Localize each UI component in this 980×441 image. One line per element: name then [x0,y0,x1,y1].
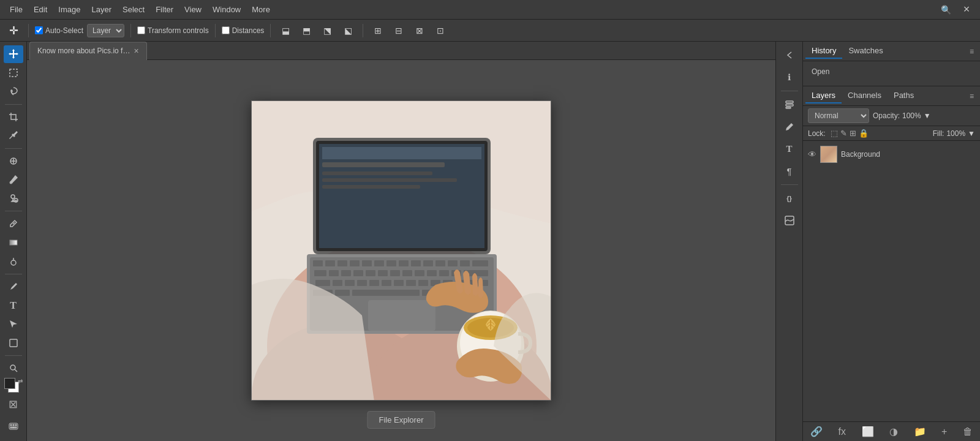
menu-file[interactable]: File [5,2,28,17]
opacity-dropdown-icon[interactable]: ▼ [924,111,931,120]
lock-artboard-icon[interactable]: ⊞ [850,129,856,138]
opacity-value[interactable]: 100% [902,111,921,120]
healing-tool[interactable] [4,153,23,170]
fill-value[interactable]: 100% [946,129,965,138]
svg-rect-49 [314,270,326,276]
shape-tool[interactable] [4,334,23,352]
paint-settings-icon[interactable] [780,117,799,137]
autoselect-checkbox[interactable] [35,26,43,34]
collapse-panel-icon[interactable] [780,45,799,65]
info-icon[interactable]: ℹ [780,67,799,87]
align-center-h-icon[interactable]: ⬒ [298,22,315,39]
transform-controls-group: Transform controls [137,26,209,35]
svg-rect-66 [369,280,379,286]
layer-delete-icon[interactable]: 🗑 [960,425,975,439]
tab-layers[interactable]: Layers [805,88,842,104]
distribute-h-icon[interactable]: ⊞ [369,22,386,39]
swap-colors-icon[interactable]: ⇄ [18,378,23,385]
fill-dropdown-icon[interactable]: ▼ [968,129,975,138]
dodge-tool[interactable] [4,252,23,270]
marquee-tool[interactable] [4,64,23,82]
fg-bg-colors[interactable]: ⇄ [4,378,23,396]
fill-row: Fill: 100% ▼ [933,129,975,138]
layer-visibility-icon[interactable]: 👁 [808,149,816,159]
align-right-icon[interactable]: ⬔ [318,22,336,39]
layer-effects-icon[interactable]: fx [836,425,848,439]
reset-colors-icon[interactable]: ⊠ [9,398,18,411]
options-toolbar: ✛ Auto-Select Layer Transform controls D… [0,20,980,42]
eyedropper-tool[interactable] [4,127,23,145]
tab-history[interactable]: History [805,43,842,59]
canvas-wrapper: Know more about Pics.io f… × [27,42,775,441]
transform-controls-checkbox[interactable] [137,26,145,34]
active-tab[interactable]: Know more about Pics.io f… × [29,42,147,60]
layer-thumbnail [820,146,837,163]
menu-layer[interactable]: Layer [87,2,117,17]
tab-paths[interactable]: Paths [888,88,920,104]
svg-rect-56 [402,270,412,276]
align-top-icon[interactable]: ⬕ [339,22,356,39]
type-settings-icon[interactable]: T [780,139,799,159]
menu-image[interactable]: Image [53,2,85,17]
layer-link-icon[interactable]: 🔗 [808,424,825,439]
tab-channels[interactable]: Channels [842,88,888,104]
tab-close-btn[interactable]: × [134,46,138,56]
gradient-tool[interactable] [4,234,23,252]
layer-select[interactable]: Layer [87,24,124,37]
search-icon[interactable]: 🔍 [937,1,954,18]
brush-tool[interactable] [4,171,23,189]
blend-mode-select[interactable]: NormalDissolveMultiplyScreenOverlay [808,108,869,123]
layer-new-icon[interactable]: + [939,425,949,439]
menu-edit[interactable]: Edit [29,2,52,17]
layer-adjustment-icon[interactable]: ◑ [887,424,900,439]
svg-rect-50 [329,270,339,276]
paragraph-settings-icon[interactable]: ¶ [780,161,799,181]
svg-point-9 [11,260,16,265]
eraser-tool[interactable] [4,215,23,233]
menu-select[interactable]: Select [118,2,149,17]
path-selection-tool[interactable] [4,315,23,333]
auto-align-icon[interactable]: ⊡ [432,22,449,39]
lock-all-icon[interactable]: 🔒 [859,129,869,138]
layers-panel-menu-icon[interactable]: ≡ [966,91,978,102]
menu-filter[interactable]: Filter [151,2,178,17]
distances-checkbox[interactable] [222,26,230,34]
menu-more[interactable]: More [247,2,275,17]
move-tool-btn[interactable]: ✛ [5,22,22,39]
svg-rect-65 [357,280,367,286]
brush-settings-icon[interactable] [780,95,799,115]
tab-bar: Know more about Pics.io f… × [27,42,775,60]
lock-pixels-icon[interactable]: ⬚ [831,129,838,138]
stamp-tool[interactable] [4,190,23,208]
keyboard-shortcuts-icon[interactable] [4,417,23,435]
svg-rect-54 [378,270,388,276]
layer-item-background[interactable]: 👁 Background [803,143,980,165]
layer-group-icon[interactable]: 📁 [911,424,929,439]
move-tool[interactable] [4,45,23,63]
svg-rect-19 [12,427,15,428]
crop-tool[interactable] [4,108,23,126]
menu-view[interactable]: View [179,2,206,17]
type-tool[interactable]: T [4,296,23,314]
distribute-v-icon[interactable]: ⊟ [390,22,407,39]
distribute-more-icon[interactable]: ⊠ [411,22,428,39]
svg-rect-8 [10,240,17,245]
svg-rect-17 [15,424,17,426]
align-left-icon[interactable]: ⬓ [277,22,294,39]
tab-swatches[interactable]: Swatches [842,43,889,59]
lasso-tool[interactable] [4,83,23,100]
history-panel-menu-icon[interactable]: ≡ [966,46,978,57]
layer-mask-icon[interactable]: ⬜ [859,424,876,439]
history-item-open[interactable]: Open [808,65,975,78]
fg-color [4,378,15,389]
canvas-area[interactable]: File Explorer [27,60,775,441]
pen-tool[interactable] [4,278,23,296]
menu-window[interactable]: Window [208,2,246,17]
css-settings-icon[interactable]: {} [780,189,799,208]
file-explorer-btn[interactable]: File Explorer [368,411,435,429]
lock-position-icon[interactable]: ✎ [840,129,847,138]
left-tools-panel: T ⇄ ⊠ [0,42,27,441]
image-adjustments-icon[interactable] [780,211,799,230]
close-window-icon[interactable]: × [958,1,975,18]
zoom-tool[interactable] [4,360,23,377]
